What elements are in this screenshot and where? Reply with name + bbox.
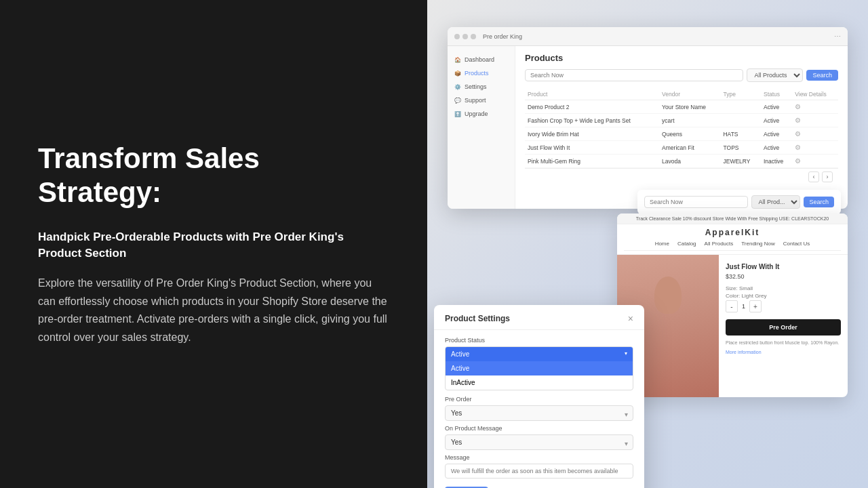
qty-decrease-button[interactable]: - bbox=[726, 300, 738, 312]
pre-order-label: Pre Order bbox=[445, 396, 633, 403]
browser-title: Pre order King bbox=[483, 33, 522, 40]
on-product-select[interactable]: Yes No bbox=[445, 434, 633, 450]
product-settings-modal: Product Settings × Product Status Active… bbox=[434, 305, 644, 488]
filter-select[interactable]: All Products bbox=[747, 68, 803, 82]
gear-icon[interactable]: ⚙ bbox=[795, 103, 801, 110]
next-page-button[interactable]: › bbox=[822, 171, 833, 182]
modal-header: Product Settings × bbox=[434, 305, 644, 330]
browser-dots: Pre order King bbox=[454, 33, 522, 40]
browser-window: Pre order King ⋯ 🏠 Dashboard 📦 Products … bbox=[448, 27, 848, 209]
message-label: Message bbox=[445, 454, 633, 461]
cell-product: Pink Multi-Gem Ring bbox=[525, 155, 659, 168]
modal-title: Product Settings bbox=[445, 314, 510, 323]
more-info-link[interactable]: More information bbox=[726, 350, 841, 354]
store-nav-trending[interactable]: Trending Now bbox=[741, 241, 775, 247]
table-row: Fashion Crop Top + Wide Leg Pants Set yc… bbox=[525, 114, 838, 127]
message-input[interactable] bbox=[445, 464, 633, 479]
cell-view-details[interactable]: ⚙ bbox=[792, 114, 838, 127]
store-nav-contact[interactable]: Contact Us bbox=[783, 241, 810, 247]
store-nav-catalog[interactable]: Catalog bbox=[677, 241, 696, 247]
headline: Transform Sales Strategy: bbox=[38, 142, 389, 210]
body-text: Explore the versatility of Pre Order Kin… bbox=[38, 274, 389, 346]
second-search-input[interactable] bbox=[644, 196, 748, 208]
search-input[interactable] bbox=[525, 69, 743, 81]
sidebar-item-products[interactable]: 📦 Products bbox=[448, 66, 515, 80]
products-icon: 📦 bbox=[454, 70, 461, 77]
cell-product: Just Flow With It bbox=[525, 141, 659, 155]
second-filter-select[interactable]: All Prod... bbox=[751, 195, 800, 209]
gear-icon[interactable]: ⚙ bbox=[795, 117, 801, 124]
dropdown-option-active[interactable]: Active bbox=[446, 361, 633, 375]
col-view-details: View Details bbox=[792, 89, 838, 100]
col-type: Type bbox=[720, 89, 761, 100]
products-table: Product Vendor Type Status View Details … bbox=[525, 89, 838, 168]
cell-view-details[interactable]: ⚙ bbox=[792, 127, 838, 141]
subtitle: Handpick Pre-Orderable Products with Pre… bbox=[38, 229, 389, 262]
qty-increase-button[interactable]: + bbox=[749, 300, 762, 312]
cell-vendor: American Fit bbox=[659, 141, 720, 155]
pre-order-select[interactable]: Yes No bbox=[445, 405, 633, 421]
gear-icon[interactable]: ⚙ bbox=[795, 144, 801, 151]
cell-type: HATS bbox=[720, 127, 761, 141]
dropdown-option-inactive[interactable]: InActive bbox=[446, 375, 633, 390]
modal-close-button[interactable]: × bbox=[628, 313, 633, 324]
sidebar-label-products: Products bbox=[465, 70, 489, 77]
cell-vendor: Queens bbox=[659, 127, 720, 141]
page-title: Products bbox=[525, 53, 838, 63]
modal-body: Product Status Active ▾ Active InActive … bbox=[434, 330, 644, 488]
pre-order-button[interactable]: Pre Order bbox=[726, 319, 841, 336]
product-description: Place restricted button front Muscle top… bbox=[726, 340, 841, 346]
gear-icon[interactable]: ⚙ bbox=[795, 157, 801, 165]
sidebar-item-dashboard[interactable]: 🏠 Dashboard bbox=[448, 53, 515, 66]
sidebar-item-settings[interactable]: ⚙️ Settings bbox=[448, 80, 515, 94]
cell-view-details[interactable]: ⚙ bbox=[792, 155, 838, 168]
browser-dot-green bbox=[471, 34, 476, 39]
settings-icon: ⚙️ bbox=[454, 84, 461, 90]
sidebar-label-settings: Settings bbox=[465, 83, 487, 90]
status-dropdown[interactable]: Active ▾ Active InActive bbox=[445, 346, 633, 390]
app-layout: 🏠 Dashboard 📦 Products ⚙️ Settings 💬 Sup… bbox=[448, 46, 848, 209]
sidebar-label-dashboard: Dashboard bbox=[465, 56, 494, 63]
cell-status: Active bbox=[761, 100, 792, 114]
store-preview: Track Clearance Sale 10% discount Store … bbox=[617, 214, 848, 397]
store-body: Just Flow With It $32.50 Size: Small Col… bbox=[617, 255, 848, 397]
main-content: Products All Products Search Product Ven… bbox=[515, 46, 848, 209]
store-nav-all[interactable]: All Products bbox=[705, 241, 734, 247]
cell-vendor: Lavoda bbox=[659, 155, 720, 168]
cell-view-details[interactable]: ⚙ bbox=[792, 100, 838, 114]
cell-vendor: Your Store Name bbox=[659, 100, 720, 114]
sidebar-item-support[interactable]: 💬 Support bbox=[448, 94, 515, 107]
cell-status: Active bbox=[761, 141, 792, 155]
on-product-message-label: On Product Message bbox=[445, 425, 633, 432]
cell-product: Fashion Crop Top + Wide Leg Pants Set bbox=[525, 114, 659, 127]
pre-order-select-wrapper: Yes No bbox=[445, 405, 633, 422]
cell-status: Active bbox=[761, 127, 792, 141]
prev-page-button[interactable]: ‹ bbox=[808, 171, 819, 182]
search-button[interactable]: Search bbox=[806, 70, 838, 81]
quantity-value: 1 bbox=[742, 303, 745, 310]
upgrade-icon: ⬆️ bbox=[454, 111, 461, 117]
cell-product: Demo Product 2 bbox=[525, 100, 659, 114]
cell-type: TOPS bbox=[720, 141, 761, 155]
store-logo: ApparelKit bbox=[624, 228, 841, 237]
quantity-row: - 1 + bbox=[726, 300, 841, 312]
cell-vendor: ycart bbox=[659, 114, 720, 127]
cell-type: JEWELRY bbox=[720, 155, 761, 168]
browser-icons: ⋯ bbox=[834, 33, 841, 40]
search-row: All Products Search bbox=[525, 68, 838, 82]
browser-dot-yellow bbox=[462, 34, 468, 39]
sidebar-label-support: Support bbox=[465, 97, 486, 104]
sidebar: 🏠 Dashboard 📦 Products ⚙️ Settings 💬 Sup… bbox=[448, 46, 515, 209]
cell-product: Ivory Wide Brim Hat bbox=[525, 127, 659, 141]
cell-view-details[interactable]: ⚙ bbox=[792, 141, 838, 155]
gear-icon[interactable]: ⚙ bbox=[795, 130, 801, 138]
second-search-button[interactable]: Search bbox=[804, 197, 834, 207]
cell-status: Active bbox=[761, 114, 792, 127]
sidebar-label-upgrade: Upgrade bbox=[465, 110, 488, 117]
store-nav-home[interactable]: Home bbox=[655, 241, 669, 247]
col-status: Status bbox=[761, 89, 792, 100]
pagination-row: ‹ › bbox=[525, 168, 838, 185]
cell-type bbox=[720, 114, 761, 127]
dropdown-option-active-top[interactable]: Active ▾ bbox=[446, 347, 633, 361]
sidebar-item-upgrade[interactable]: ⬆️ Upgrade bbox=[448, 107, 515, 121]
